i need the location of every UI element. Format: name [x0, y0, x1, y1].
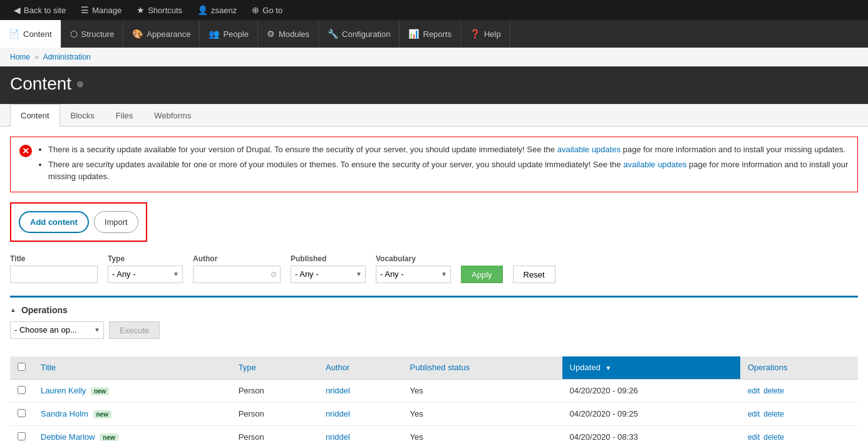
- admin-bar-goto[interactable]: ⊕ Go to: [244, 0, 290, 20]
- row-edit-link[interactable]: edit: [748, 410, 760, 418]
- nav-modules[interactable]: ⚙ Modules: [258, 20, 319, 48]
- execute-button: Execute: [109, 321, 160, 339]
- new-badge: new: [93, 410, 111, 418]
- admin-bar-user[interactable]: 👤 zsaenz: [190, 0, 244, 20]
- admin-bar-back-to-site[interactable]: ◀ Back to site: [6, 0, 73, 20]
- admin-bar: ◀ Back to site ☰ Manage ★ Shortcuts 👤 zs…: [0, 0, 868, 20]
- available-updates-link-2[interactable]: available updates: [623, 160, 686, 169]
- row-delete-link[interactable]: delete: [763, 387, 784, 395]
- th-checkbox: [10, 356, 33, 380]
- configuration-icon: 🔧: [328, 29, 338, 39]
- table-row: Lauren Kelly new Person nriddel Yes 04/2…: [10, 379, 858, 402]
- filter-published-select[interactable]: - Any - Yes No: [291, 266, 366, 283]
- breadcrumb-home[interactable]: Home: [10, 53, 30, 61]
- row-checkbox[interactable]: [18, 409, 26, 417]
- row-author-link[interactable]: nriddel: [326, 409, 350, 418]
- tab-webforms[interactable]: Webforms: [143, 104, 202, 127]
- filter-published-group: Published - Any - Yes No ▼: [291, 254, 366, 283]
- nav-content[interactable]: 📄 Content: [0, 20, 61, 48]
- add-content-area: Add content Import: [10, 202, 147, 242]
- alert-icon: ✕: [19, 145, 32, 157]
- breadcrumb-separator: »: [34, 53, 39, 61]
- table-header-row: Title Type Author Published status Updat…: [10, 356, 858, 380]
- filter-author-input[interactable]: [193, 266, 281, 283]
- reset-button[interactable]: Reset: [513, 266, 555, 283]
- tab-content[interactable]: Content: [10, 104, 60, 127]
- table-body: Lauren Kelly new Person nriddel Yes 04/2…: [10, 379, 858, 441]
- nav-appearance[interactable]: 🎨 Appearance: [123, 20, 200, 48]
- th-type[interactable]: Type: [231, 356, 318, 380]
- page-header: Content ⊕: [0, 66, 868, 104]
- row-operations-cell: editdelete: [740, 402, 858, 425]
- row-type-cell: Person: [231, 379, 318, 402]
- apply-button[interactable]: Apply: [461, 266, 503, 283]
- row-checkbox-cell: [10, 379, 33, 402]
- nav-people[interactable]: 👥 People: [200, 20, 257, 48]
- row-edit-link[interactable]: edit: [748, 387, 760, 395]
- operations-title: Operations: [10, 305, 858, 315]
- th-title[interactable]: Title: [33, 356, 231, 380]
- help-label: Help: [484, 29, 501, 39]
- table-row: Sandra Holm new Person nriddel Yes 04/20…: [10, 402, 858, 425]
- nav-reports[interactable]: 📊 Reports: [400, 20, 461, 48]
- tab-blocks[interactable]: Blocks: [60, 104, 105, 127]
- nav-structure[interactable]: ⬡ Structure: [61, 20, 124, 48]
- filter-title-input[interactable]: [10, 266, 98, 283]
- nav-help[interactable]: ❓ Help: [461, 20, 510, 48]
- operations-select[interactable]: - Choose an op...: [10, 321, 104, 339]
- content-nav-icon: 📄: [9, 29, 19, 39]
- content-tabs: Content Blocks Files Webforms: [0, 104, 868, 127]
- modules-icon: ⚙: [267, 29, 275, 39]
- available-updates-link-1[interactable]: available updates: [557, 145, 621, 154]
- row-updated-cell: 04/20/2020 - 08:33: [562, 425, 740, 441]
- row-delete-link[interactable]: delete: [763, 433, 784, 441]
- row-author-link[interactable]: nriddel: [326, 386, 350, 395]
- username-label: zsaenz: [211, 6, 237, 15]
- th-author[interactable]: Author: [318, 356, 403, 380]
- row-title-link[interactable]: Sandra Holm: [41, 409, 88, 418]
- select-all-checkbox[interactable]: [18, 363, 26, 371]
- tab-files[interactable]: Files: [105, 104, 143, 127]
- alert-item-1: There is a security update available for…: [48, 143, 849, 156]
- row-published-cell: Yes: [402, 402, 562, 425]
- breadcrumb: Home » Administration: [0, 48, 868, 66]
- row-delete-link[interactable]: delete: [763, 410, 784, 418]
- filter-title-label: Title: [10, 254, 98, 263]
- row-title-link[interactable]: Lauren Kelly: [41, 386, 86, 395]
- content-table: Title Type Author Published status Updat…: [10, 356, 858, 442]
- manage-label: Manage: [92, 6, 121, 15]
- alert-messages: There is a security update available for…: [38, 143, 849, 185]
- th-operations: Operations: [740, 356, 858, 380]
- breadcrumb-admin[interactable]: Administration: [43, 53, 91, 61]
- add-content-button[interactable]: Add content: [19, 211, 89, 233]
- filter-type-select[interactable]: - Any - Article Basic page Person: [108, 266, 183, 283]
- row-checkbox-cell: [10, 402, 33, 425]
- filter-vocabulary-group: Vocabulary - Any - ▼: [376, 254, 451, 283]
- th-published-status[interactable]: Published status: [402, 356, 562, 380]
- row-author-link[interactable]: nriddel: [326, 432, 350, 441]
- row-author-cell: nriddel: [318, 379, 403, 402]
- sort-desc-icon: ▼: [605, 365, 611, 371]
- main-content: ✕ There is a security update available f…: [0, 127, 868, 441]
- filter-type-label: Type: [108, 254, 183, 263]
- admin-bar-manage[interactable]: ☰ Manage: [73, 0, 129, 20]
- import-button[interactable]: Import: [94, 211, 138, 233]
- filter-title-group: Title: [10, 254, 98, 283]
- nav-configuration[interactable]: 🔧 Configuration: [319, 20, 400, 48]
- row-title-cell: Debbie Marlow new: [33, 425, 231, 441]
- filter-author-label: Author: [193, 254, 281, 263]
- row-checkbox[interactable]: [18, 386, 26, 394]
- row-title-link[interactable]: Debbie Marlow: [41, 432, 95, 441]
- back-arrow-icon: ◀: [14, 5, 21, 15]
- row-updated-cell: 04/20/2020 - 09:25: [562, 402, 740, 425]
- row-edit-link[interactable]: edit: [748, 433, 760, 441]
- page-title: Content: [10, 74, 71, 94]
- filter-vocabulary-select[interactable]: - Any -: [376, 266, 451, 283]
- shortcut-add-icon[interactable]: ⊕: [76, 79, 84, 89]
- row-checkbox[interactable]: [18, 432, 26, 440]
- admin-bar-shortcuts[interactable]: ★ Shortcuts: [129, 0, 190, 20]
- help-icon: ❓: [470, 29, 480, 39]
- filter-vocabulary-label: Vocabulary: [376, 254, 451, 263]
- th-updated[interactable]: Updated ▼: [562, 356, 740, 380]
- table-row: Debbie Marlow new Person nriddel Yes 04/…: [10, 425, 858, 441]
